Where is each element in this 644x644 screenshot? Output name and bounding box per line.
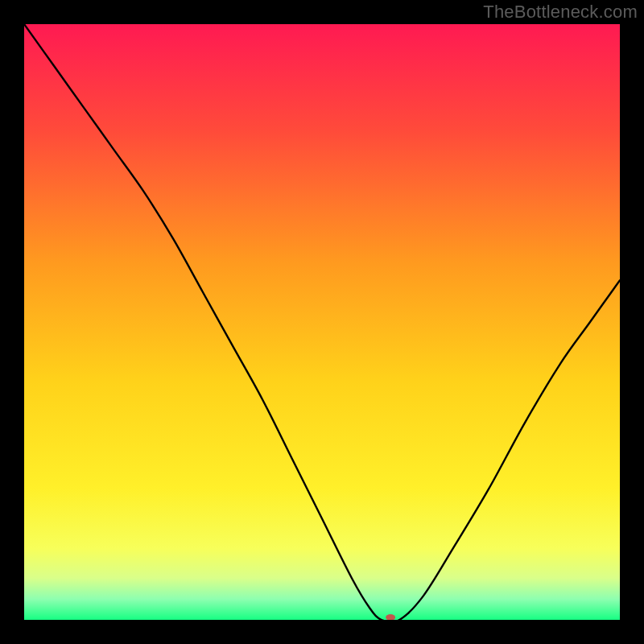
bottleneck-chart [24,24,620,620]
plot-background [24,24,620,620]
chart-frame: TheBottleneck.com [0,0,644,644]
watermark-text: TheBottleneck.com [483,2,638,23]
